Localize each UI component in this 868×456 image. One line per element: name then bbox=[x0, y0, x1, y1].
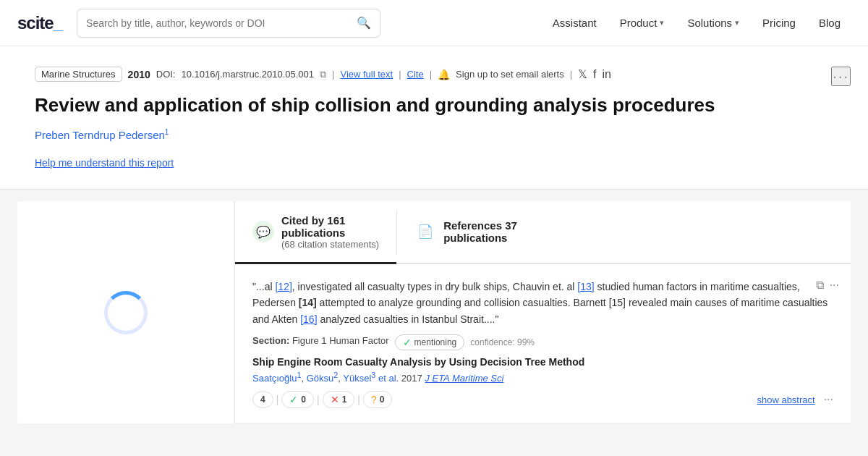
ref-14-bold: [14] bbox=[299, 297, 317, 308]
left-panel bbox=[17, 201, 234, 424]
et-al-link[interactable]: et al. bbox=[378, 373, 399, 384]
author-yuksel[interactable]: Yüksel3 bbox=[343, 373, 375, 384]
article-meta: Marine Structures 2010 DOI: 10.1016/j.ma… bbox=[35, 67, 833, 82]
main-nav: Assistant Product ▾ Solutions ▾ Pricing … bbox=[542, 11, 851, 35]
nav-item-blog[interactable]: Blog bbox=[809, 11, 851, 35]
cite-link[interactable]: Cite bbox=[407, 69, 424, 80]
loading-spinner bbox=[104, 291, 148, 334]
author-goksu[interactable]: Göksu2 bbox=[307, 373, 339, 384]
page: ··· Marine Structures 2010 DOI: 10.1016/… bbox=[0, 46, 868, 456]
article-doi-label: DOI: bbox=[156, 69, 176, 80]
cited-sub: (68 citation statements) bbox=[281, 239, 379, 250]
chevron-down-icon: ▾ bbox=[660, 18, 664, 28]
total-badge: 4 bbox=[252, 392, 273, 408]
logo[interactable]: scite_ bbox=[17, 13, 62, 33]
bell-icon: 🔔 bbox=[438, 69, 450, 80]
author-saatcioglu[interactable]: Saatçıoğlu1 bbox=[252, 373, 301, 384]
citation-title: Ship Engine Room Casualty Analysis by Us… bbox=[252, 356, 833, 368]
citation-section: Section: Figure 1 Human Factor bbox=[252, 335, 389, 346]
tab-cited[interactable]: 💬 Cited by 161 publications (68 citation… bbox=[235, 201, 396, 263]
linkedin-icon[interactable]: in bbox=[603, 68, 611, 81]
tab-references[interactable]: 📄 References 37 publications bbox=[397, 201, 535, 263]
chevron-down-icon: ▾ bbox=[735, 18, 739, 28]
journal-link[interactable]: J ETA Maritime Sci bbox=[425, 373, 503, 384]
article-card: ··· Marine Structures 2010 DOI: 10.1016/… bbox=[0, 46, 868, 190]
facebook-icon[interactable]: f bbox=[593, 68, 596, 81]
copy-button[interactable]: ⧉ bbox=[816, 279, 824, 292]
nav-item-product[interactable]: Product ▾ bbox=[610, 11, 675, 35]
help-link[interactable]: Help me understand this report bbox=[35, 157, 174, 169]
search-bar[interactable]: 🔍 bbox=[77, 9, 380, 38]
confidence-text: confidence: 99% bbox=[470, 337, 535, 347]
social-icons: 𝕏 f in bbox=[578, 67, 611, 81]
right-panel: 💬 Cited by 161 publications (68 citation… bbox=[234, 201, 851, 424]
references-label: publications bbox=[443, 232, 517, 244]
ref-13[interactable]: [13] bbox=[577, 281, 594, 292]
show-abstract-button[interactable]: show abstract bbox=[757, 394, 814, 405]
article-doi-value: 10.1016/j.marstruc.2010.05.001 bbox=[181, 69, 314, 80]
citation-badges: 4 | ✓ 0 | ✕ 1 | ? 0 bbox=[252, 391, 833, 408]
journal-badge: Marine Structures bbox=[35, 67, 122, 82]
ref-16[interactable]: [16] bbox=[300, 313, 317, 325]
cited-count: Cited by 161 bbox=[281, 214, 379, 227]
nav-item-assistant[interactable]: Assistant bbox=[542, 11, 607, 35]
article-more-button[interactable]: ··· bbox=[831, 67, 851, 86]
supporting-badge: ✓ 0 bbox=[281, 391, 314, 408]
article-year: 2010 bbox=[128, 69, 150, 80]
citation-more-button[interactable]: ··· bbox=[830, 279, 839, 292]
ref-12[interactable]: [12] bbox=[275, 281, 292, 292]
mentioning-badge: ? 0 bbox=[363, 391, 392, 408]
references-icon: 📄 bbox=[414, 221, 436, 242]
search-icon: 🔍 bbox=[357, 16, 371, 30]
twitter-icon[interactable]: 𝕏 bbox=[578, 67, 587, 81]
contrasting-badge: ✕ 1 bbox=[323, 391, 355, 408]
signup-text: Sign up to set email alerts bbox=[456, 69, 564, 80]
references-count: References 37 bbox=[443, 219, 517, 232]
citation-text: "...al [12], investigated all casualty t… bbox=[252, 279, 833, 327]
tabs-row: 💬 Cited by 161 publications (68 citation… bbox=[235, 201, 851, 264]
citation-card-more-button[interactable]: ··· bbox=[824, 393, 833, 406]
nav-item-solutions[interactable]: Solutions ▾ bbox=[677, 11, 749, 35]
citation-authors: Saatçıoğlu1, Göksu2, Yüksel3 et al. 2017… bbox=[252, 371, 833, 384]
view-full-text-link[interactable]: View full text bbox=[340, 69, 393, 80]
citation-icon: 💬 bbox=[252, 221, 274, 242]
nav-item-pricing[interactable]: Pricing bbox=[752, 11, 806, 35]
search-input[interactable] bbox=[86, 17, 351, 29]
header: scite_ 🔍 Assistant Product ▾ Solutions ▾… bbox=[0, 0, 868, 46]
cited-label: publications bbox=[281, 227, 379, 239]
citation-card: ⧉ ··· "...al [12], investigated all casu… bbox=[235, 264, 851, 424]
citations-section: 💬 Cited by 161 publications (68 citation… bbox=[17, 201, 851, 424]
copy-doi-icon[interactable]: ⧉ bbox=[320, 69, 326, 80]
card-actions: ⧉ ··· bbox=[816, 279, 839, 292]
mention-badge: ✓ mentioning bbox=[395, 334, 465, 350]
article-title: Review and application of ship collision… bbox=[35, 93, 833, 118]
article-author[interactable]: Preben Terndrup Pedersen1 bbox=[35, 128, 169, 141]
